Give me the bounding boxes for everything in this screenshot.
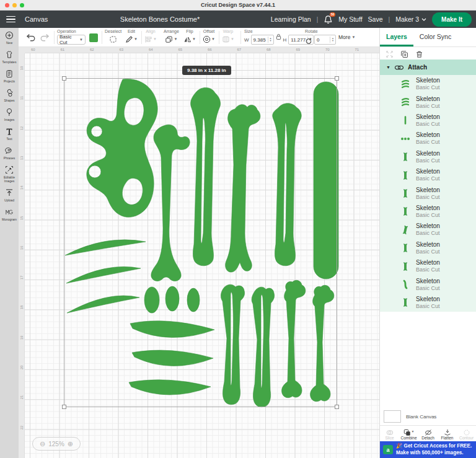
maximize-window-button[interactable]	[20, 3, 24, 7]
machine-select-dropdown[interactable]: Maker 3	[395, 15, 426, 23]
operation-dropdown[interactable]: Basic Cut▼	[57, 35, 86, 45]
layer-name: Skeleton	[416, 95, 440, 103]
sidebar-item-upload[interactable]: Upload	[0, 185, 19, 205]
edit-button[interactable]: Edit ▼	[125, 29, 138, 43]
layer-row[interactable]: SkeletonBasic Cut	[380, 275, 476, 293]
canvas-menu-label[interactable]: Canvas	[25, 15, 48, 23]
width-stepper[interactable]: ▲▼	[268, 37, 273, 43]
sidebar-item-shapes[interactable]: Shapes	[0, 86, 19, 105]
sidebar-item-text[interactable]: Text	[0, 124, 19, 143]
selection-handle-top-right[interactable]	[335, 76, 339, 81]
notifications-button[interactable]: 50	[324, 15, 333, 24]
cricut-access-banner[interactable]: a 🎉 Get Cricut Access for FREE. Make wit…	[380, 441, 476, 458]
canvas-shape-rib-big-2[interactable]	[132, 350, 213, 366]
sidebar-item-editable-images[interactable]: Editable Images	[0, 162, 19, 185]
my-stuff-link[interactable]: My Stuff	[338, 15, 362, 23]
layer-row[interactable]: SkeletonBasic Cut	[380, 257, 476, 275]
canvas-shape-radius-ulna-1[interactable]	[221, 284, 244, 405]
layer-row[interactable]: SkeletonBasic Cut	[380, 75, 476, 93]
color-swatch[interactable]	[89, 33, 98, 42]
contour-button[interactable]: Contour	[457, 426, 476, 441]
trash-icon[interactable]	[415, 50, 423, 58]
layer-row[interactable]: SkeletonBasic Cut	[380, 239, 476, 257]
rotate-input[interactable]: 0 ▲▼	[314, 35, 336, 45]
v-ruler-label: 15	[20, 214, 24, 222]
make-it-button[interactable]: Make It	[432, 12, 472, 27]
redo-button[interactable]	[40, 33, 50, 42]
selection-handle-bottom-left[interactable]	[62, 405, 66, 409]
canvas-shape-rib-big-1[interactable]	[130, 321, 214, 338]
canvas-shape-humerus-1[interactable]	[282, 280, 306, 397]
tab-color-sync[interactable]: Color Sync	[413, 28, 457, 46]
sidebar-item-projects[interactable]: Projects	[0, 66, 19, 86]
ungroup-icon[interactable]	[386, 50, 394, 58]
canvas-shape-oval-2[interactable]	[165, 286, 179, 311]
arrange-button[interactable]: Arrange ▼	[164, 29, 179, 43]
canvas-shape-capsule[interactable]	[314, 82, 338, 279]
canvas-shape-rib-small-3[interactable]	[67, 296, 139, 313]
sidebar-item-images[interactable]: Images	[0, 105, 19, 124]
blank-canvas-swatch[interactable]	[384, 410, 401, 423]
layer-row[interactable]: SkeletonBasic Cut	[380, 93, 476, 111]
attach-group-header[interactable]: ▼ Attach	[380, 59, 476, 75]
canvas-grid[interactable]: 9.38 in x 11.28 in ⊖ 125% ⊕	[25, 53, 379, 458]
canvas-shape-rib-big-3[interactable]	[129, 380, 211, 395]
edit-toolbar: Operation Basic Cut▼ Deselect Edit ▼	[19, 28, 379, 47]
tab-layers[interactable]: Layers	[380, 28, 413, 46]
layer-row[interactable]: SkeletonBasic Cut	[380, 184, 476, 202]
warp-button[interactable]: Warp ▼	[222, 29, 234, 43]
lock-icon[interactable]	[276, 32, 281, 39]
detach-button[interactable]: Detach	[418, 426, 438, 441]
canvas-shape-tibia-fibula-2[interactable]	[273, 103, 302, 266]
canvas-shape-long-bone-1[interactable]	[226, 105, 260, 272]
save-button[interactable]: Save	[368, 15, 383, 23]
flatten-button[interactable]: Flatten	[438, 426, 457, 441]
canvas-shape-rib-small-1[interactable]	[65, 240, 146, 255]
align-button[interactable]: Align ▼	[144, 29, 157, 43]
canvas-shape-tibia-fibula-1[interactable]	[191, 87, 221, 265]
learning-plan-link[interactable]: Learning Plan	[271, 15, 311, 23]
width-input[interactable]: 9.385 ▲▼	[251, 35, 274, 45]
layer-row[interactable]: SkeletonBasic Cut	[380, 148, 476, 166]
undo-button[interactable]	[26, 33, 36, 42]
selection-handle-bottom-right[interactable]	[335, 405, 339, 409]
hamburger-menu-icon[interactable]	[6, 16, 15, 23]
chevron-down-icon	[421, 18, 426, 21]
h-ruler-label: 70	[325, 48, 330, 51]
sidebar-item-templates[interactable]: Templates	[0, 47, 19, 66]
layer-row[interactable]: SkeletonBasic Cut	[380, 130, 476, 148]
sidebar-item-monogram[interactable]: Monogram	[0, 205, 19, 224]
canvas-shape-oval-1[interactable]	[144, 287, 159, 313]
blank-canvas-row[interactable]: Blank Canvas	[380, 408, 476, 425]
more-button[interactable]: More▼	[338, 34, 355, 40]
zoom-out-button[interactable]: ⊖	[40, 441, 45, 447]
canvas-shape-oval-3[interactable]	[187, 288, 200, 312]
canvas-shape-pelvis[interactable]	[87, 79, 157, 218]
canvas-shape-humerus-2[interactable]	[311, 285, 334, 401]
deselect-button[interactable]: Deselect	[105, 29, 121, 43]
layer-row[interactable]: SkeletonBasic Cut	[380, 203, 476, 221]
operation-group: Operation Basic Cut▼	[57, 29, 86, 45]
layer-row[interactable]: SkeletonBasic Cut	[380, 221, 476, 239]
slice-button[interactable]: Slice	[380, 426, 399, 441]
flip-button[interactable]: Flip ▼	[183, 29, 196, 43]
v-ruler-label: 18	[20, 303, 24, 312]
layer-row[interactable]: SkeletonBasic Cut	[380, 166, 476, 184]
close-window-button[interactable]	[5, 3, 9, 7]
layer-row[interactable]: SkeletonBasic Cut	[380, 294, 476, 312]
offset-button[interactable]: Offset ▼	[203, 29, 215, 43]
sidebar-item-phrases[interactable]: Phrases	[0, 143, 19, 162]
canvas-shape-femur[interactable]	[151, 125, 190, 281]
sidebar-item-new[interactable]: New	[0, 28, 19, 47]
combine-button[interactable]: ▼Combine	[399, 426, 418, 441]
canvas-shape-rib-small-2[interactable]	[66, 266, 141, 283]
canvas-shape-radius-ulna-2[interactable]	[252, 287, 275, 407]
minimize-window-button[interactable]	[12, 3, 17, 7]
canvas-area[interactable]: 606162636465666768697071 101112131415161…	[19, 47, 379, 458]
layer-row[interactable]: SkeletonBasic Cut	[380, 112, 476, 130]
selection-handle-top-left[interactable]	[62, 76, 66, 81]
duplicate-icon[interactable]	[400, 50, 408, 58]
zoom-in-button[interactable]: ⊕	[68, 441, 73, 447]
rotate-stepper[interactable]: ▲▼	[330, 37, 335, 43]
tshirt-icon	[5, 50, 14, 59]
